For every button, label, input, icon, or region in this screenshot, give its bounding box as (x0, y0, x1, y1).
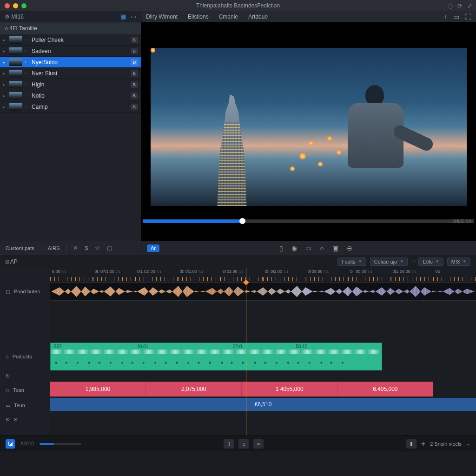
expand-icon[interactable]: ▸ (3, 82, 7, 87)
time-ruler[interactable]: 6.00 7/10t: 07/1.00 7/10l1 C0.00 7/10l: … (50, 268, 476, 281)
playhead[interactable] (246, 268, 246, 436)
airs-label[interactable]: AIRS (48, 245, 60, 251)
record-icon[interactable]: ○ (320, 245, 324, 252)
expand-icon[interactable]: ▸ (3, 93, 7, 98)
close-icon[interactable] (5, 3, 10, 8)
timeline-dropdown[interactable]: Celate ajo▼ (370, 258, 408, 266)
ruler-segment[interactable]: 0l: 0f1.00 7/1 (178, 268, 221, 281)
audio-waveform-track[interactable] (50, 282, 476, 301)
red-clip-segment[interactable]: 6.405,000 (337, 382, 433, 397)
star-icon[interactable]: ☆ (95, 245, 100, 251)
tracks-area[interactable]: 6.00 7/10t: 07/1.00 7/10l1 C0.00 7/10l: … (50, 268, 476, 436)
red-clip-segment[interactable]: 1 4055,000 (242, 382, 337, 397)
ruler-segment[interactable]: 0l: 00.00 7/1 (348, 268, 391, 281)
timeline-header: ⎚ AP Faolts▼Celate ajo▼○Etllo▼Mf3▼ (0, 255, 476, 268)
clip-badge: B (131, 93, 138, 99)
preview-frame[interactable] (151, 48, 467, 206)
chevron-right-icon: › (25, 49, 29, 53)
workspace-tab[interactable]: Dliry Wimont (146, 13, 178, 20)
clip-row[interactable]: ▸ › Notio B (0, 90, 141, 101)
footer-btn-1[interactable]: ▯ (224, 439, 234, 449)
timeline-dropdown[interactable]: Etllo▼ (418, 258, 443, 266)
chat-icon[interactable]: ◻ (107, 245, 112, 251)
clip-row[interactable]: ▸ › Sadeen B (0, 46, 141, 57)
loop-icon[interactable]: ⊖ (347, 245, 352, 252)
workspace-tabs: Dliry WimontEllstionsCmanieArtdoue + ▭ ⛶ (141, 11, 476, 22)
fullscreen-icon[interactable]: ⛶ (465, 13, 471, 20)
expand-icon[interactable]: ▸ (3, 60, 7, 65)
viewer-timecode: 1MI32.0A (451, 219, 471, 224)
clip-row[interactable]: ▸ › NyerSulno D (0, 57, 141, 68)
clip-thumbnail (9, 81, 22, 88)
minimize-icon[interactable] (13, 3, 18, 8)
add-icon[interactable]: + (421, 440, 425, 448)
timeline-dropdown[interactable]: Faolts▼ (337, 258, 366, 266)
stop-icon[interactable]: ▣ (332, 245, 338, 252)
viewer-scrubber[interactable] (143, 219, 474, 223)
video-track-green[interactable]: S67 18.01 22.0 58.10 ◂ ▸ ▸ ◂ ▸ ▸ ◂ ▸ ▸ ◂… (50, 343, 476, 370)
titlebar-actions: ◌ ⟳ ⤢ (448, 2, 472, 9)
track-label-2[interactable]: ⌂Podjucts (0, 343, 50, 370)
add-icon[interactable]: + (444, 13, 448, 20)
track-label-3[interactable]: ◇Tean (0, 382, 50, 398)
sync-icon[interactable]: ⟳ (457, 2, 463, 9)
zoom-slider[interactable] (40, 443, 81, 445)
clip-row[interactable]: ▸ › Nver Slust B (0, 68, 141, 79)
data-track-red[interactable]: 1,985,0002,075,0001 4055,0006.405,000 (50, 382, 476, 397)
ruler-segment[interactable]: 0l 38.00 7/1 (306, 268, 349, 281)
expand-icon[interactable]: ⤢ (467, 2, 472, 9)
cloud-icon[interactable]: ◌ (448, 2, 453, 9)
ruler-segment[interactable]: 0l1 E6.00 7/1 (391, 268, 434, 281)
clip-row[interactable]: ▸ › Poller Cheek B (0, 34, 141, 46)
footer-btn-2[interactable]: ⌂ (238, 439, 249, 449)
red-clip[interactable]: 1,985,0002,075,0001 4055,0006.405,000 (50, 382, 433, 397)
footer-btn-3[interactable]: ∞ (253, 439, 264, 449)
track-refresh[interactable]: ↻ (0, 370, 50, 382)
custom-pats-label[interactable]: Custont pats (6, 245, 34, 251)
timeline-dropdown[interactable]: Mf3▼ (447, 258, 470, 266)
ruler-segment[interactable]: 0l: 0I1.00 7/1 (263, 268, 306, 281)
expand-icon[interactable]: ▸ (3, 49, 7, 53)
clip-row[interactable]: ▸ › Camip B (0, 101, 141, 112)
green-clip[interactable]: S67 18.01 22.0 58.10 ◂ ▸ ▸ ◂ ▸ ▸ ◂ ▸ ▸ ◂… (50, 343, 382, 370)
workspace-tab[interactable]: Artdoue (248, 13, 268, 20)
track-tools[interactable]: ⊙⊙ (0, 412, 50, 426)
dollar-icon[interactable]: $ (85, 245, 88, 251)
ruler-segment[interactable]: 6.00 7/1 (50, 268, 93, 281)
workspace-tab[interactable]: Ellstions (188, 13, 209, 20)
maximize-icon[interactable] (21, 3, 26, 8)
bin-header[interactable]: ⌂ 4FI Tarolite (0, 22, 141, 34)
media-tab[interactable]: ⚙ MI16 (5, 13, 24, 20)
ruler-segment[interactable]: Vo (433, 268, 476, 281)
prev-icon[interactable]: ◉ (291, 245, 297, 252)
footer-tool-icon[interactable]: ▮ (406, 439, 416, 449)
ruler-segment[interactable]: 6l 02.00 (7) (220, 268, 263, 281)
viewer-panel: Dliry WimontEllstionsCmanieArtdoue + ▭ ⛶… (141, 11, 476, 255)
clip-row[interactable]: ▸ › Higln B (0, 79, 141, 90)
layout-icon[interactable]: ▭ (453, 13, 459, 20)
expand-icon[interactable]: ▸ (3, 71, 7, 76)
close-icon[interactable]: ✕ (73, 245, 78, 251)
marker-icon[interactable]: ▯ (279, 245, 283, 252)
expand-icon[interactable]: ▸ (3, 38, 7, 42)
ar-button[interactable]: Ar (147, 245, 159, 252)
track-label-4[interactable]: ▭Teun (0, 398, 50, 412)
ruler-segment[interactable]: 0t: 07/1.00 7/1 (93, 268, 136, 281)
ruler-segment[interactable]: 0l1 C0.00 7/1 (135, 268, 178, 281)
clip-badge: B (131, 104, 138, 110)
red-clip-segment[interactable]: 1,985,000 (50, 382, 146, 397)
grid-icon[interactable]: ▦ (120, 13, 126, 20)
red-clip-segment[interactable]: 2,075,000 (146, 382, 242, 397)
list-icon[interactable]: ▭ (131, 13, 136, 20)
blue-clip[interactable]: €6,510 (50, 398, 476, 411)
scrubber-handle[interactable] (239, 218, 245, 224)
app-logo-icon[interactable]: I◢ (6, 439, 15, 449)
chevron-down-icon[interactable]: ⌄ (466, 441, 470, 447)
play-icon[interactable]: ▭ (305, 245, 311, 252)
clip-thumbnail (9, 59, 22, 66)
clip-badge: D (131, 59, 138, 66)
expand-icon[interactable]: ▸ (3, 105, 7, 109)
track-label-1[interactable]: ▢Poad buten (0, 281, 50, 302)
workspace-tab[interactable]: Cmanie (219, 13, 238, 20)
data-track-blue[interactable]: €6,510 (50, 398, 476, 411)
